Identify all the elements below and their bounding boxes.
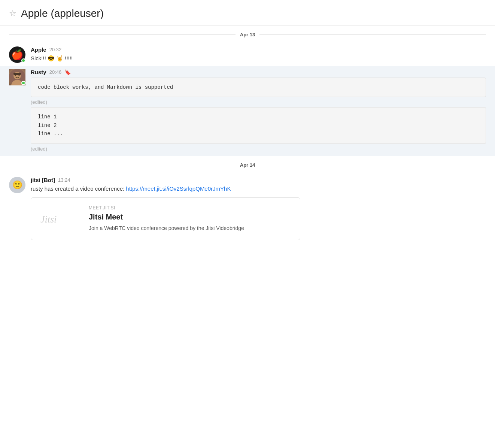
online-indicator-apple bbox=[21, 58, 25, 63]
bot-message-header: jitsi [Bot] 13:24 bbox=[31, 177, 486, 183]
online-indicator-rusty bbox=[21, 81, 25, 85]
apple-message-time: 20:32 bbox=[49, 47, 62, 52]
avatar-jitsi-bot: 🙂 bbox=[9, 177, 25, 193]
jitsi-logo: Jitsi bbox=[39, 211, 80, 226]
link-preview-title: Jitsi Meet bbox=[89, 213, 292, 221]
rusty-message-header: Rusty 20:46 🔖 bbox=[31, 69, 486, 75]
chat-container: Apr 13 🍎 Apple 20:32 Sick!!! 😎 🤘 !!!!! bbox=[0, 26, 495, 243]
jitsi-meeting-link[interactable]: https://meet.jit.si/iOv2SsrlqpQMe0rJmYhK bbox=[126, 185, 231, 192]
bot-author: jitsi [Bot] bbox=[31, 177, 55, 183]
bot-text-prefix: rusty has created a video conference: bbox=[31, 185, 126, 192]
svg-rect-5 bbox=[13, 73, 21, 75]
apple-message-text: Sick!!! 😎 🤘 !!!!! bbox=[31, 54, 486, 63]
rusty-edited-label-2: (edited) bbox=[31, 146, 486, 152]
rusty-message-content: Rusty 20:46 🔖 code block works, and Mark… bbox=[31, 69, 486, 153]
rusty-code-block-2: line 1 line 2 line ... bbox=[31, 107, 486, 143]
rusty-author: Rusty bbox=[31, 69, 46, 75]
link-preview-source: MEET.JIT.SI bbox=[89, 205, 292, 211]
rusty-edited-label-1: (edited) bbox=[31, 99, 486, 105]
pin-icon[interactable]: 🔖 bbox=[64, 69, 71, 75]
message-row-rusty: Rusty 20:46 🔖 code block works, and Mark… bbox=[0, 66, 495, 156]
bot-message-time: 13:24 bbox=[58, 177, 70, 183]
avatar-apple: 🍎 bbox=[9, 46, 25, 63]
rusty-code-block-1: code block works, and Markdown is suppor… bbox=[31, 78, 486, 97]
jitsi-logo-svg: Jitsi bbox=[40, 211, 78, 226]
apple-author: Apple bbox=[31, 46, 46, 53]
link-preview-card[interactable]: Jitsi MEET.JIT.SI Jitsi Meet Join a WebR… bbox=[31, 197, 300, 240]
avatar-bot-img: 🙂 bbox=[9, 177, 25, 193]
page-header: ☆ Apple (appleuser) bbox=[0, 0, 495, 26]
message-row-apple: 🍎 Apple 20:32 Sick!!! 😎 🤘 !!!!! bbox=[0, 43, 495, 66]
rusty-message-time: 20:46 bbox=[49, 69, 62, 75]
apple-message-content: Apple 20:32 Sick!!! 😎 🤘 !!!!! bbox=[31, 46, 486, 63]
avatar-rusty bbox=[9, 69, 25, 85]
link-preview-description: Join a WebRTC video conference powered b… bbox=[89, 224, 292, 232]
favorite-star-icon[interactable]: ☆ bbox=[9, 9, 16, 18]
apple-message-header: Apple 20:32 bbox=[31, 46, 486, 53]
date-label-apr13: Apr 13 bbox=[240, 32, 255, 37]
message-row-jitsi-bot: 🙂 jitsi [Bot] 13:24 rusty has created a … bbox=[0, 174, 495, 243]
bot-message-text: rusty has created a video conference: ht… bbox=[31, 185, 486, 193]
date-label-apr14: Apr 14 bbox=[240, 162, 255, 168]
link-preview-info: MEET.JIT.SI Jitsi Meet Join a WebRTC vid… bbox=[89, 205, 292, 232]
bot-message-content: jitsi [Bot] 13:24 rusty has created a vi… bbox=[31, 177, 486, 240]
date-divider-apr13: Apr 13 bbox=[0, 26, 495, 43]
date-divider-apr14: Apr 14 bbox=[0, 156, 495, 174]
svg-text:Jitsi: Jitsi bbox=[40, 214, 57, 225]
page-title: Apple (appleuser) bbox=[21, 7, 104, 19]
